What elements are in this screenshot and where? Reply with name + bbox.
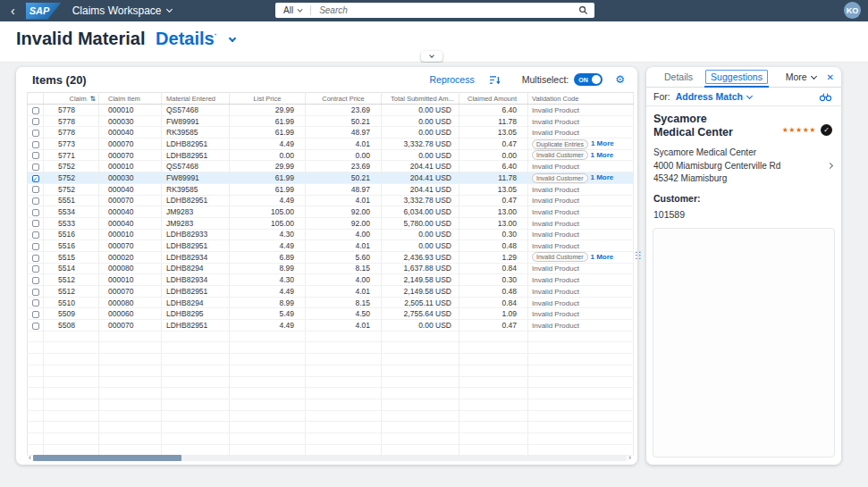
validation-badge: Invalid Customer: [532, 173, 588, 183]
table-row[interactable]: ✓5752000030FW8999161.9950.21204.41 USD11…: [28, 172, 634, 184]
column-header-claimed-amount[interactable]: Claimed Amount: [459, 93, 528, 105]
back-icon[interactable]: ‹: [11, 1, 15, 21]
reprocess-button[interactable]: Reprocess: [430, 74, 475, 85]
row-checkbox[interactable]: [32, 255, 39, 262]
table-row[interactable]: 5508000070LDHB829514.494.010.00 USD0.47I…: [28, 320, 634, 332]
row-checkbox[interactable]: [32, 231, 39, 239]
panel-resize-handle[interactable]: ⋮⋮: [632, 250, 639, 261]
multiselect-toggle[interactable]: ON: [574, 73, 603, 86]
table-row[interactable]: 5512000070LDHB829514.494.012,149.58 USD0…: [28, 286, 634, 298]
close-icon[interactable]: ✕: [827, 72, 834, 82]
row-checkbox[interactable]: [32, 265, 39, 273]
cell-total-submitted: 0.00 USD: [382, 149, 459, 161]
table-row[interactable]: 5510000080LDHB82948.998.152,505.11 USD0.…: [28, 297, 634, 308]
validation-code-text: Invalid Product: [532, 264, 579, 273]
row-checkbox[interactable]: [32, 209, 39, 216]
row-checkbox[interactable]: [32, 197, 39, 205]
row-checkbox[interactable]: [32, 130, 39, 137]
table-row[interactable]: 5773000070LDHB829514.494.013,332.78 USD0…: [28, 139, 634, 150]
table-row[interactable]: 5752000010QS5746829.9923.69204.41 USD6.4…: [28, 161, 634, 172]
table-row[interactable]: 5514000080LDHB82948.998.151,637.88 USD0.…: [28, 263, 634, 274]
table-row[interactable]: 5533000040JM9283105.0092.005,780.00 USD1…: [28, 217, 634, 229]
cell-contract-price: 8.15: [306, 297, 382, 308]
row-checkbox[interactable]: [32, 107, 39, 114]
more-menu-button[interactable]: More: [786, 71, 816, 82]
tab-suggestions[interactable]: Suggestions: [705, 70, 768, 84]
shell-bar: ‹ SAP Claims Workspace All Search KO: [0, 0, 868, 21]
search-icon[interactable]: [578, 5, 588, 15]
address-match-dropdown[interactable]: Address Match: [676, 91, 752, 102]
sort-settings-icon[interactable]: [489, 75, 501, 85]
column-header-claim-item[interactable]: Claim Item: [99, 93, 162, 105]
table-row[interactable]: 5509000060LDHB82955.494.502,755.64 USD1.…: [28, 308, 634, 320]
table-row[interactable]: 5516000010LDHB829334.304.000.00 USD0.30I…: [28, 229, 634, 240]
column-header-total-submitted-am[interactable]: Total Submitted Am...: [382, 93, 459, 105]
cell-claim-item: 000080: [99, 297, 162, 308]
confirmed-check-icon[interactable]: ✓: [821, 124, 832, 136]
scrollbar-track[interactable]: [33, 455, 627, 461]
horizontal-scrollbar[interactable]: ‹ ›: [27, 454, 633, 462]
tab-details[interactable]: Details: [664, 71, 693, 82]
more-validations-link[interactable]: 1 More: [591, 174, 614, 182]
row-checkbox[interactable]: ✓: [32, 175, 39, 182]
table-row[interactable]: 5752000040RK3958561.9948.97204.41 USD13.…: [28, 183, 634, 195]
cell-claimed: 13.05: [459, 183, 528, 195]
column-header-claim[interactable]: Claim⇅: [44, 93, 99, 105]
table-row[interactable]: 5515000020LDHB829346.895.602,436.93 USD1…: [28, 251, 634, 263]
more-validations-link[interactable]: 1 More: [591, 253, 614, 261]
cell-material: LDHB8294: [162, 297, 230, 308]
table-row[interactable]: 5778000040RK3958561.9948.970.00 USD13.05…: [28, 127, 634, 139]
column-header-validation-code[interactable]: Validation Code: [528, 93, 634, 105]
row-checkbox[interactable]: [32, 277, 39, 284]
app-title[interactable]: Claims Workspace: [72, 4, 162, 17]
table-row[interactable]: 5551000070LDHB829514.494.013,332.78 USD0…: [28, 195, 634, 206]
table-row[interactable]: 5771000070LDHB829510.000.000.00 USD0.00I…: [28, 149, 634, 161]
suggestion-address-item[interactable]: Sycamore Medical Center 4000 Miamisburg …: [646, 141, 841, 189]
search-input[interactable]: Search: [319, 5, 348, 15]
column-header-list-price[interactable]: List Price: [230, 93, 306, 105]
table-row[interactable]: 5778000030FW8999161.9950.210.00 USD11.78…: [28, 115, 634, 127]
cell-total-submitted: 0.00 USD: [382, 115, 459, 127]
row-checkbox[interactable]: [32, 141, 39, 148]
row-checkbox[interactable]: [32, 118, 39, 125]
cell-claim-item: 000010: [99, 229, 162, 240]
scroll-left-icon[interactable]: ‹: [27, 454, 33, 462]
sap-logo[interactable]: SAP: [26, 3, 62, 20]
search-bar[interactable]: All Search: [275, 3, 594, 18]
variant-chevron-icon[interactable]: [229, 34, 236, 41]
scrollbar-thumb[interactable]: [33, 455, 181, 461]
collapse-header-button[interactable]: [421, 51, 442, 62]
address-line: 45342 Miamisburg: [653, 172, 828, 186]
table-row[interactable]: 5778000010QS5746829.9923.690.00 USD6.40I…: [28, 105, 634, 116]
table-row[interactable]: 5512000010LDHB829344.304.002,149.58 USD0…: [28, 274, 634, 286]
row-checkbox[interactable]: [32, 243, 39, 250]
cell-claim-item: 000040: [99, 183, 162, 195]
cell-contract-price: 23.69: [306, 161, 382, 172]
avatar[interactable]: KO: [844, 2, 861, 19]
more-validations-link[interactable]: 1 More: [591, 151, 614, 159]
more-validations-link[interactable]: 1 More: [591, 140, 614, 148]
settings-gear-icon[interactable]: ⚙: [615, 74, 625, 85]
row-checkbox[interactable]: [32, 311, 39, 318]
row-checkbox[interactable]: [32, 164, 39, 171]
column-header-material-entered[interactable]: Material Entered: [162, 93, 230, 105]
table-row[interactable]: 5534000040JM9283105.0092.006,034.00 USD1…: [28, 206, 634, 218]
app-title-chevron-icon[interactable]: [166, 6, 173, 13]
cell-material: LDHB82934: [162, 274, 230, 286]
binoculars-icon[interactable]: [819, 92, 832, 102]
empty-row: [28, 365, 634, 376]
tab-strip: Details Suggestions More ✕: [646, 67, 841, 88]
row-checkbox[interactable]: [32, 299, 39, 306]
table-row[interactable]: 5516000070LDHB829514.494.010.00 USD0.48I…: [28, 240, 634, 252]
scroll-right-icon[interactable]: ›: [627, 454, 633, 462]
empty-row: [28, 354, 634, 365]
cell-validation-code: Invalid Product: [528, 195, 634, 206]
column-header-contract-price[interactable]: Contract Price: [306, 93, 382, 105]
row-checkbox[interactable]: [32, 289, 39, 296]
row-checkbox[interactable]: [32, 323, 39, 330]
row-checkbox[interactable]: [32, 220, 39, 227]
variant-details-link[interactable]: Details: [156, 29, 215, 48]
search-scope-select[interactable]: All: [283, 5, 293, 15]
row-checkbox[interactable]: [32, 186, 39, 193]
row-checkbox[interactable]: [32, 152, 39, 159]
